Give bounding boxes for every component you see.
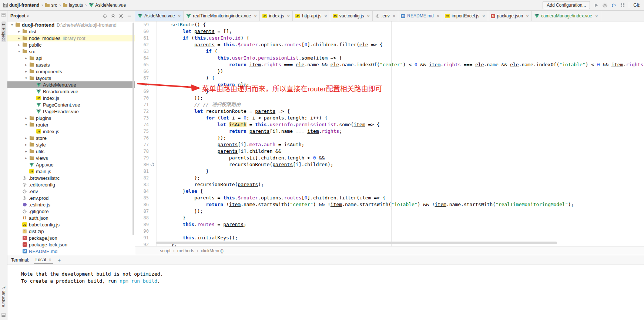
editor-tab[interactable]: cameraManage\index.vue× (532, 11, 601, 21)
line-number[interactable]: 84 (135, 188, 149, 195)
stripe-grid-icon[interactable] (1, 12, 6, 18)
code-line[interactable]: 88 } (135, 215, 644, 221)
line-number[interactable]: 75 (135, 128, 149, 135)
code-line[interactable]: 77 parents[i].meta.auth = isAuth; (135, 141, 644, 148)
code-line[interactable]: 71 // // 递归权限路由 (135, 101, 644, 108)
code-line[interactable]: 74 let isAuth = this.userInfo.permission… (135, 121, 644, 128)
tree-item[interactable]: JSmain.js (7, 168, 135, 175)
line-number[interactable]: 72 (135, 108, 149, 115)
tree-item[interactable]: ▾router (7, 121, 135, 128)
chevron-expanded-icon[interactable]: ▾ (24, 123, 28, 127)
git-widget[interactable]: Git: (633, 3, 640, 8)
chevron-collapsed-icon[interactable]: ▸ (24, 156, 28, 160)
code-line[interactable]: 86 return !item.name.startsWith("center"… (135, 201, 644, 208)
editor-tab[interactable]: realTimeMonitoring\index.vue× (184, 11, 260, 21)
tree-item[interactable]: App.vue (7, 161, 135, 168)
line-number[interactable]: 70 (135, 95, 149, 101)
tree-item[interactable]: npackage.json (7, 235, 135, 241)
tree-item[interactable]: JSindex.js (7, 95, 135, 101)
line-number[interactable]: 87 (135, 208, 149, 215)
project-view-selector[interactable]: Project▾ (10, 13, 29, 18)
chevron-collapsed-icon[interactable]: ▸ (24, 116, 28, 120)
tree-item[interactable]: .env.prod (7, 195, 135, 201)
locate-file-button[interactable] (103, 14, 107, 18)
editor-tab[interactable]: JSvue.config.js× (330, 11, 373, 21)
hide-panel-button[interactable] (127, 14, 132, 18)
line-number[interactable]: 82 (135, 175, 149, 181)
chevron-collapsed-icon[interactable]: ▸ (17, 36, 21, 40)
code-line[interactable]: 80 recursionRoute(parents[i].children); (135, 161, 644, 168)
settings-icon[interactable] (603, 3, 607, 8)
line-number[interactable]: 73 (135, 115, 149, 121)
tree-item[interactable]: .eslintrc.js (7, 201, 135, 208)
tree-item[interactable]: JSindex.js (7, 128, 135, 135)
line-number[interactable]: 67 (135, 75, 149, 81)
code-line[interactable]: 84 }else { (135, 188, 644, 195)
code-line[interactable]: 90 (135, 228, 644, 235)
tree-item[interactable]: ▸assets (7, 61, 135, 68)
close-icon[interactable]: × (595, 13, 598, 19)
tree-item[interactable]: dist.zip (7, 228, 135, 235)
tree-item[interactable]: ▸plugins (7, 115, 135, 121)
breadcrumb-item[interactable]: src (44, 2, 58, 9)
line-number[interactable]: 83 (135, 181, 149, 188)
breadcrumb-item[interactable]: layouts (62, 2, 84, 9)
tree-item[interactable]: PageContent.vue (7, 101, 135, 108)
line-number[interactable]: 68 (135, 81, 149, 88)
collapse-all-button[interactable] (111, 14, 115, 18)
editor-tab[interactable]: npackage.json× (488, 11, 532, 21)
update-project-icon[interactable] (611, 3, 616, 8)
line-number[interactable]: 66 (135, 68, 149, 75)
chevron-collapsed-icon[interactable]: ▸ (24, 63, 28, 67)
code-line[interactable]: 69 } (135, 88, 644, 95)
code-line[interactable]: 59 setRoute() { (135, 21, 644, 28)
chevron-collapsed-icon[interactable]: ▸ (24, 70, 28, 73)
line-number[interactable]: 89 (135, 221, 149, 228)
run-icon[interactable] (594, 3, 598, 7)
code-line[interactable]: 62 parents = this.$router.options.routes… (135, 41, 644, 48)
code-line[interactable]: 81 } (135, 168, 644, 175)
line-number[interactable]: 91 (135, 235, 149, 241)
editor-tab[interactable]: JShttp-api.js× (293, 11, 330, 21)
tool-window-structure-button[interactable]: 7: Structure (1, 284, 6, 309)
tree-item[interactable]: ▸utils (7, 148, 135, 155)
line-number[interactable]: 61 (135, 35, 149, 41)
close-icon[interactable]: × (324, 13, 327, 19)
tool-window-project-button[interactable]: 1: Project (1, 21, 6, 42)
editor-tab[interactable]: AsideMenu.vue× (135, 11, 184, 21)
tree-item[interactable]: ▸views (7, 155, 135, 161)
chevron-expanded-icon[interactable]: ▾ (17, 50, 21, 53)
code-line[interactable]: 87 }); (135, 208, 644, 215)
editor-tab[interactable]: JSimportExcel.js× (442, 11, 488, 21)
line-number[interactable]: 65 (135, 61, 149, 68)
tree-item[interactable]: ▾layouts (7, 75, 135, 81)
line-number[interactable]: 90 (135, 228, 149, 235)
code-line[interactable]: 83 recursionRoute(parents); (135, 181, 644, 188)
tree-item[interactable]: .gitignore (7, 208, 135, 215)
line-number[interactable]: 64 (135, 55, 149, 61)
line-number[interactable]: 76 (135, 135, 149, 141)
code-line[interactable]: 91 this.initialKeys(); (135, 235, 644, 241)
line-number[interactable]: 88 (135, 215, 149, 221)
line-number[interactable]: 79 (135, 155, 149, 161)
tree-scrollbar[interactable] (133, 23, 134, 235)
terminal-output[interactable]: Note that the development build is not o… (7, 265, 644, 320)
tree-item[interactable]: ▸store (7, 135, 135, 141)
code-line[interactable]: 64 this.userInfo.permissionList.some(ite… (135, 55, 644, 61)
line-number[interactable]: 80 (135, 161, 149, 168)
code-line[interactable]: 66 }) (135, 68, 644, 75)
editor-tab[interactable]: MREADME.md× (398, 11, 442, 21)
close-icon[interactable]: × (482, 13, 485, 19)
chevron-collapsed-icon[interactable]: ▸ (24, 56, 28, 60)
code-line[interactable]: 75 return parents[i].name === item.right… (135, 128, 644, 135)
tree-item[interactable]: ▾duoji-frontendD:\zheheWeb\duoji-fronten… (7, 21, 135, 28)
code-line[interactable]: 76 }); (135, 135, 644, 141)
line-number[interactable]: 86 (135, 201, 149, 208)
line-number[interactable]: 71 (135, 101, 149, 108)
close-icon[interactable]: × (367, 13, 370, 19)
code-line[interactable]: 72 let recursionRoute = parents => { (135, 108, 644, 115)
close-icon[interactable]: × (437, 13, 440, 19)
chevron-collapsed-icon[interactable]: ▸ (24, 136, 28, 140)
tree-item[interactable]: npackage-lock.json (7, 241, 135, 248)
add-configuration-button[interactable]: Add Configuration... (543, 1, 590, 9)
